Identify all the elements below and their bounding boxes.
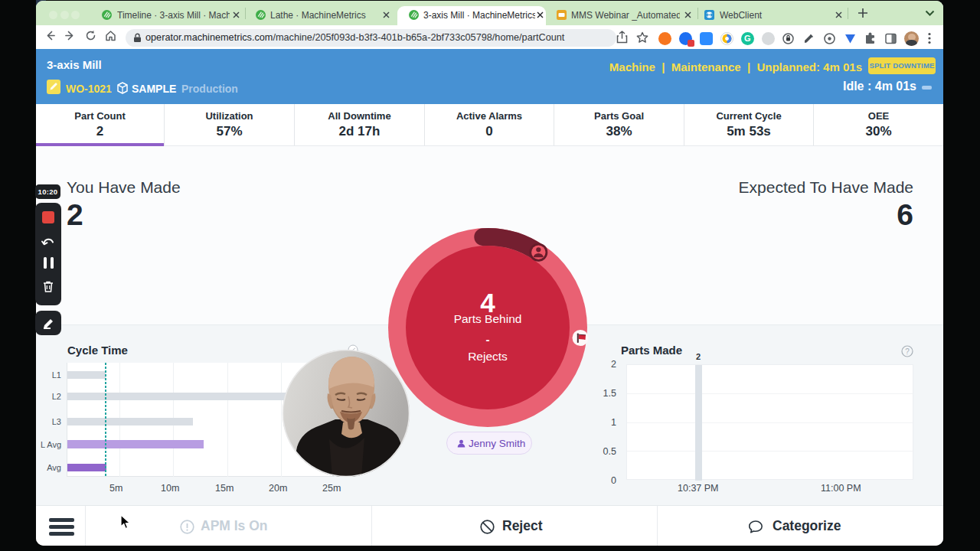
svg-text:Rejects: Rejects [468,350,508,363]
svg-text:-: - [486,333,490,346]
svg-text:Parts Behind: Parts Behind [454,312,522,325]
svg-text:?: ? [905,347,910,356]
